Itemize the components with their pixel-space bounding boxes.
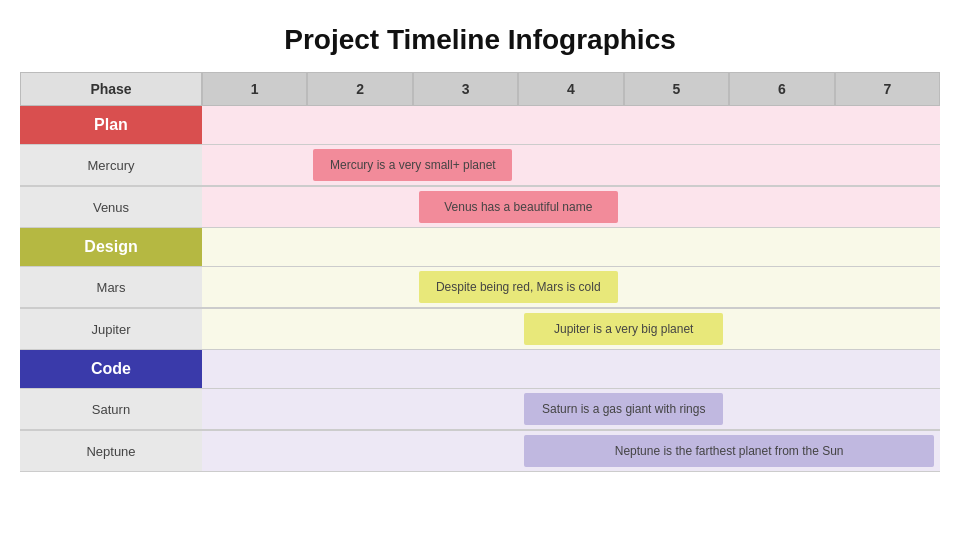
plan-phase-bg — [202, 106, 940, 144]
mars-col7 — [835, 266, 940, 308]
mars-col5 — [624, 266, 729, 308]
jupiter-label: Jupiter — [20, 308, 202, 350]
col-header-2: 2 — [307, 72, 412, 106]
jupiter-col7 — [835, 308, 940, 350]
venus-label: Venus — [20, 186, 202, 228]
phase-header: Phase — [20, 72, 202, 106]
mercury-col6 — [729, 144, 834, 186]
design-phase-label: Design — [20, 228, 202, 266]
col-header-3: 3 — [413, 72, 518, 106]
venus-bar: Venus has a beautiful name — [419, 191, 618, 223]
neptune-bar: Neptune is the farthest planet from the … — [524, 435, 934, 467]
saturn-bar-cell: Saturn is a gas giant with rings — [518, 388, 729, 430]
page-title: Project Timeline Infographics — [284, 24, 676, 56]
col-header-5: 5 — [624, 72, 729, 106]
venus-col1 — [202, 186, 307, 228]
code-phase-label: Code — [20, 350, 202, 388]
venus-col2 — [307, 186, 412, 228]
saturn-bar: Saturn is a gas giant with rings — [524, 393, 723, 425]
jupiter-bar-cell: Jupiter is a very big planet — [518, 308, 729, 350]
saturn-col1 — [202, 388, 307, 430]
saturn-col7 — [835, 388, 940, 430]
mercury-bar: Mercury is a very small+ planet — [313, 149, 512, 181]
col-header-4: 4 — [518, 72, 623, 106]
col-header-1: 1 — [202, 72, 307, 106]
venus-col7 — [835, 186, 940, 228]
mars-col6 — [729, 266, 834, 308]
code-phase-bg — [202, 350, 940, 388]
neptune-col3 — [413, 430, 518, 472]
mercury-col5 — [624, 144, 729, 186]
plan-phase-label: Plan — [20, 106, 202, 144]
mars-col1 — [202, 266, 307, 308]
saturn-label: Saturn — [20, 388, 202, 430]
venus-col5 — [624, 186, 729, 228]
timeline-grid: Phase 1 2 3 4 5 6 7 Plan Mercury Mercury… — [20, 72, 940, 472]
jupiter-col2 — [307, 308, 412, 350]
neptune-bar-cell: Neptune is the farthest planet from the … — [518, 430, 940, 472]
jupiter-col1 — [202, 308, 307, 350]
mars-bar: Despite being red, Mars is cold — [419, 271, 618, 303]
mercury-col7 — [835, 144, 940, 186]
jupiter-bar: Jupiter is a very big planet — [524, 313, 723, 345]
venus-bar-cell: Venus has a beautiful name — [413, 186, 624, 228]
mars-label: Mars — [20, 266, 202, 308]
neptune-label: Neptune — [20, 430, 202, 472]
saturn-col6 — [729, 388, 834, 430]
jupiter-col6 — [729, 308, 834, 350]
col-header-6: 6 — [729, 72, 834, 106]
neptune-col1 — [202, 430, 307, 472]
mercury-col4 — [518, 144, 623, 186]
col-header-7: 7 — [835, 72, 940, 106]
mars-bar-cell: Despite being red, Mars is cold — [413, 266, 624, 308]
mars-col2 — [307, 266, 412, 308]
venus-col6 — [729, 186, 834, 228]
mercury-label: Mercury — [20, 144, 202, 186]
design-phase-bg — [202, 228, 940, 266]
jupiter-col3 — [413, 308, 518, 350]
saturn-col3 — [413, 388, 518, 430]
mercury-bar-cell: Mercury is a very small+ planet — [307, 144, 518, 186]
saturn-col2 — [307, 388, 412, 430]
neptune-col2 — [307, 430, 412, 472]
mercury-col1 — [202, 144, 307, 186]
